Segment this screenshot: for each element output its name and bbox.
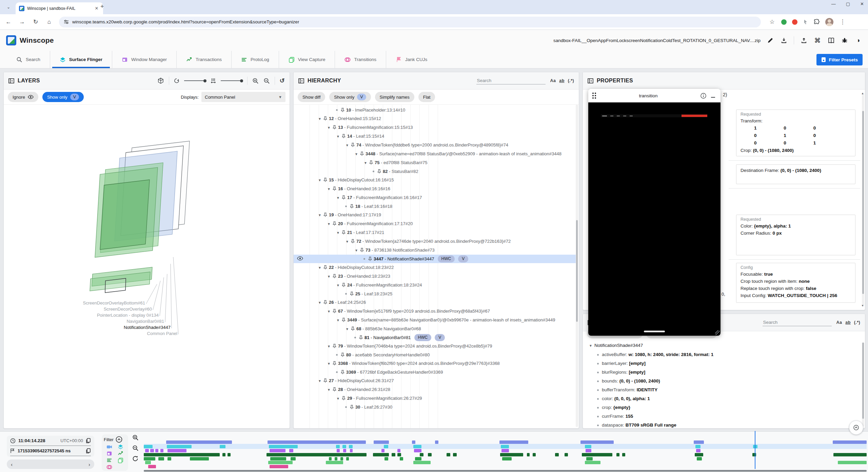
match-word-toggle[interactable]: ab — [845, 320, 850, 325]
collapse-arrow-icon[interactable]: ▼ — [326, 359, 332, 368]
tree-node-23[interactable]: ▼23 - OneHanded:18:23#23 — [294, 272, 576, 281]
trace-segment-surface-flinger[interactable] — [342, 445, 346, 448]
rotation-slider[interactable] — [184, 80, 206, 81]
tree-node-22[interactable]: ▼22 - HideDisplayCutout:18:23#22 — [294, 263, 576, 272]
tree-node-18[interactable]: 18 - Leaf:16:16#18 — [294, 202, 576, 211]
back-icon[interactable]: ← — [5, 19, 12, 25]
trace-segment-transitions[interactable] — [697, 457, 702, 460]
trace-segment-window-manager[interactable] — [145, 449, 149, 452]
tree-node-79[interactable]: ▼79 - WindowToken{7046b4a type=2024 andr… — [294, 342, 576, 351]
collapse-arrow-icon[interactable]: ▼ — [335, 194, 341, 202]
previous-frame-icon[interactable]: ‹ — [11, 461, 13, 467]
trace-segment-window-manager[interactable] — [586, 449, 591, 452]
collapse-arrow-icon[interactable]: ▼ — [362, 159, 369, 167]
trace-segment-transitions[interactable] — [340, 457, 343, 460]
trace-segment-surface-flinger[interactable] — [695, 445, 701, 448]
collapse-arrow-icon[interactable]: ▼ — [326, 220, 332, 228]
tab-transitions[interactable]: Transitions — [335, 51, 386, 68]
capture-trace-toggle[interactable] — [118, 457, 123, 463]
human-timestamp[interactable]: 11:04:14.228 — [18, 438, 45, 443]
tree-node-16[interactable]: ▼16 - OneHanded:16:16#16 — [294, 184, 576, 193]
pin-icon[interactable] — [369, 160, 373, 165]
extensions-puzzle-icon[interactable] — [814, 19, 820, 25]
collapse-arrow-icon[interactable]: ▼ — [326, 185, 332, 193]
pin-icon[interactable] — [368, 257, 372, 261]
pin-icon[interactable] — [333, 387, 336, 392]
browser-menu-icon[interactable]: ⋮ — [839, 18, 846, 25]
next-frame-icon[interactable]: › — [88, 461, 90, 467]
trace-segment-window-manager[interactable] — [167, 449, 186, 452]
zoom-in-icon[interactable] — [252, 78, 259, 84]
trace-segment-protolog[interactable] — [447, 453, 450, 456]
trace-segment-protolog[interactable] — [565, 453, 568, 456]
collapse-arrow-icon[interactable]: ▼ — [326, 386, 332, 394]
tree-node-3448[interactable]: ▼3448 - Surface(name=ed70f88 StatusBar)/… — [294, 150, 576, 158]
pin-icon[interactable] — [333, 344, 336, 348]
tree-node-20[interactable]: ▼20 - FullscreenMagnification:17:17#20 — [294, 219, 576, 228]
trace-segment-transactions[interactable] — [833, 440, 867, 444]
tab-search-chevron-icon[interactable]: ⌄ — [5, 3, 12, 11]
pin-icon[interactable] — [333, 274, 336, 278]
trace-segment-window-manager[interactable] — [270, 449, 285, 452]
pin-icon[interactable] — [323, 265, 327, 270]
trace-segment-protolog[interactable] — [500, 453, 523, 456]
trace-segment-surface-flinger[interactable] — [585, 445, 591, 448]
curr-prop-dataspace[interactable]: dataspace: BT709 sRGB Full range — [583, 421, 862, 429]
drag-handle-icon[interactable] — [592, 93, 596, 99]
tab-view-capture[interactable]: View Capture — [279, 51, 335, 68]
trace-segment-transitions[interactable] — [400, 457, 403, 460]
trace-segment-protolog[interactable] — [267, 453, 366, 456]
trace-segment-transactions[interactable] — [412, 440, 415, 444]
pin-icon[interactable] — [377, 169, 381, 174]
trace-segment-protolog[interactable] — [397, 453, 401, 456]
lines-trace-toggle[interactable] — [106, 457, 112, 463]
trace-segment-window-manager[interactable] — [155, 449, 158, 452]
pin-icon[interactable] — [341, 370, 344, 374]
pin-icon[interactable] — [350, 405, 354, 409]
collapse-arrow-icon[interactable]: ▼ — [335, 281, 341, 290]
chip-flat[interactable]: Flat — [418, 92, 435, 102]
chart-trace-toggle[interactable] — [118, 451, 123, 456]
panel-collapse-icon[interactable] — [588, 78, 593, 83]
pin-icon[interactable] — [341, 108, 344, 112]
tree-node-26[interactable]: ▼26 - Leaf:24:25#26 — [294, 298, 576, 307]
collapse-arrow-icon[interactable]: ▼ — [344, 237, 350, 246]
trace-segment-window-manager[interactable] — [350, 449, 353, 452]
spacing-slider[interactable] — [221, 80, 242, 81]
report-bug-icon[interactable] — [841, 37, 848, 44]
trace-segment-window-manager[interactable] — [381, 449, 384, 452]
pin-icon[interactable] — [333, 125, 336, 130]
ns-timestamp[interactable]: 1715339054227572545 ns — [18, 448, 71, 453]
pin-icon[interactable] — [323, 116, 327, 121]
pin-icon[interactable] — [360, 248, 364, 252]
trace-segment-view-capture[interactable] — [145, 461, 151, 464]
reset-view-icon[interactable]: ↺ — [280, 77, 285, 84]
pin-icon[interactable] — [342, 318, 346, 322]
tree-node-80[interactable]: 80 - ace6abb SecondaryHomeHandle0#80 — [294, 351, 576, 359]
chip-show-diff[interactable]: Show diff — [298, 92, 325, 102]
collapse-arrow-icon[interactable]: ▼ — [317, 377, 323, 385]
trace-segment-transitions[interactable] — [291, 457, 296, 460]
curr-prop-activeBuffer[interactable]: activeBuffer: w: 1080, h: 2400, stride: … — [583, 350, 862, 359]
trace-segment-protolog[interactable] — [453, 453, 457, 456]
tree-node-75[interactable]: ▼75 - ed70f88 StatusBar#75 — [294, 158, 576, 167]
tree-node-3449[interactable]: ▼3449 - Surface(name=885b63e NavigationB… — [294, 316, 576, 324]
tree-node-21[interactable]: ▼21 - Leaf:17:17#21 — [294, 228, 576, 237]
tab-surface-flinger[interactable]: Surface Flinger — [50, 51, 112, 68]
regex-toggle[interactable]: (.*) — [854, 320, 860, 325]
trace-segment-window-manager[interactable] — [150, 449, 154, 452]
pin-icon[interactable] — [323, 300, 327, 304]
tab-window-manager[interactable]: Window Manager — [112, 51, 176, 68]
tree-node-73[interactable]: ▼73 - 8736138 NotificationShade#73 — [294, 246, 576, 255]
extension-cursor-icon[interactable] — [803, 19, 808, 25]
trace-segment-protolog[interactable] — [533, 453, 536, 456]
trace-segment-protolog[interactable] — [373, 453, 389, 456]
pin-icon[interactable] — [323, 378, 327, 383]
trace-segment-transactions[interactable] — [694, 440, 704, 444]
tree-node-68[interactable]: ▼68 - 885b63e NavigationBar0#68 — [294, 324, 576, 333]
tree-node-30[interactable]: 30 - Leaf:26:27#30 — [294, 403, 576, 411]
trace-segment-window-manager[interactable] — [696, 449, 701, 452]
trace-segment-jank-cujs[interactable] — [270, 465, 288, 468]
pin-icon[interactable] — [360, 152, 364, 156]
tree-node-29[interactable]: ▼29 - FullscreenMagnification:26:27#29 — [294, 394, 576, 403]
